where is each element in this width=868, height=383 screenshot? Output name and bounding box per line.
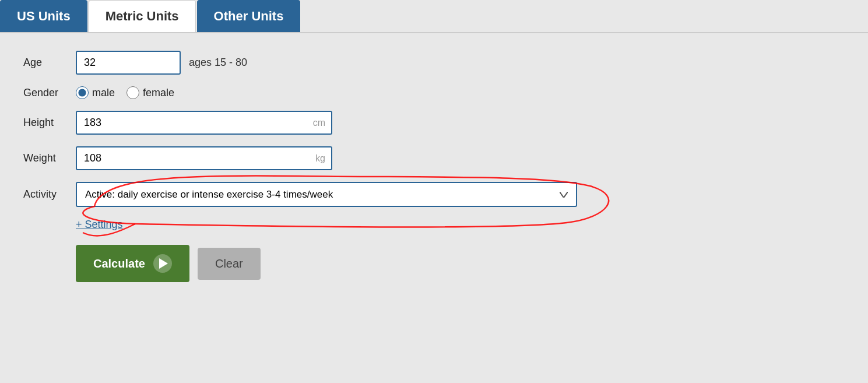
age-label: Age [23,57,76,69]
gender-male-option[interactable]: male [76,86,115,99]
play-icon [153,254,172,273]
age-hint: ages 15 - 80 [189,57,247,69]
height-row: Height cm [23,111,845,135]
form-area: Age ages 15 - 80 Gender male female Heig… [0,32,868,305]
activity-annotation-wrapper: Sedentary: little or no exercise Light: … [76,182,577,207]
activity-select[interactable]: Sedentary: little or no exercise Light: … [76,182,577,207]
calculate-label: Calculate [93,257,145,270]
height-input-wrapper: cm [76,111,332,135]
gender-label: Gender [23,87,76,99]
weight-input[interactable] [76,146,332,170]
weight-row: Weight kg [23,146,845,170]
height-label: Height [23,117,76,129]
calculate-button[interactable]: Calculate [76,245,189,282]
clear-label: Clear [215,257,243,270]
age-input[interactable] [76,51,181,75]
weight-input-wrapper: kg [76,146,332,170]
gender-row: Gender male female [23,86,845,99]
play-triangle [159,258,168,269]
buttons-row: Calculate Clear [76,245,845,282]
gender-female-label: female [143,87,174,99]
tab-other-units-label: Other Units [214,9,284,23]
gender-male-label: male [92,87,115,99]
height-input[interactable] [76,111,332,135]
tab-us-units[interactable]: US Units [0,0,87,32]
page-wrapper: US Units Metric Units Other Units Age ag… [0,0,868,383]
gender-female-option[interactable]: female [126,86,174,99]
settings-link[interactable]: + Settings [76,219,123,230]
tabs-bar: US Units Metric Units Other Units [0,0,868,32]
age-row: Age ages 15 - 80 [23,51,845,75]
gender-group: male female [76,86,174,99]
tab-metric-units-label: Metric Units [106,9,179,23]
clear-button[interactable]: Clear [198,248,261,280]
settings-row: + Settings [76,219,845,231]
gender-female-radio[interactable] [126,86,139,99]
tab-us-units-label: US Units [17,9,71,23]
tab-metric-units[interactable]: Metric Units [89,0,196,32]
gender-male-radio[interactable] [76,86,89,99]
activity-label: Activity [23,188,76,201]
activity-row: Activity Sedentary: little or no exercis… [23,182,845,207]
weight-label: Weight [23,152,76,164]
tab-other-units[interactable]: Other Units [197,0,301,32]
